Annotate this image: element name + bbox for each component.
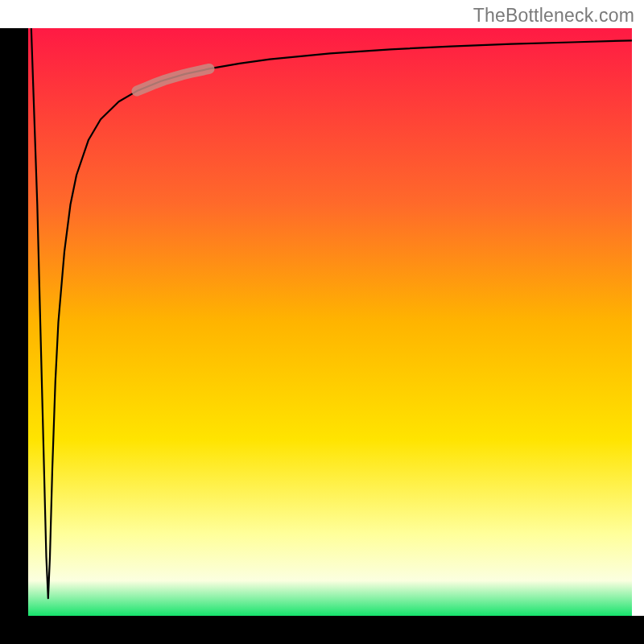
svg-rect-1 <box>0 616 644 644</box>
chart-root: TheBottleneck.com <box>0 0 644 644</box>
svg-rect-2 <box>28 28 632 616</box>
svg-rect-0 <box>0 28 28 644</box>
heat-gradient <box>28 28 632 616</box>
plot-area <box>28 28 632 616</box>
